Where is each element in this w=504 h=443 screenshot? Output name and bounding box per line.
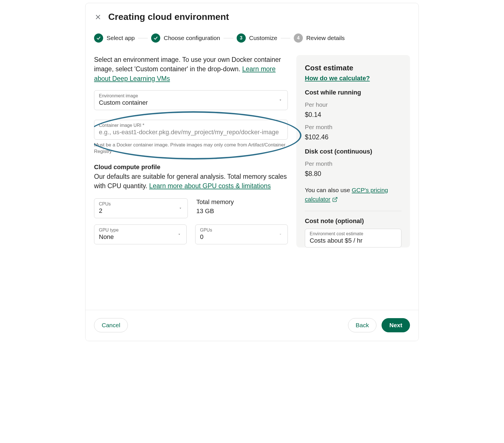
step-1-label: Select app bbox=[107, 35, 135, 41]
modal-footer: Cancel Back Next bbox=[86, 310, 418, 341]
disk-cost-heading: Disk cost (continuous) bbox=[305, 148, 401, 155]
container-image-uri-input[interactable]: Container image URI * e.g., us-east1-doc… bbox=[94, 120, 288, 140]
svg-line-2 bbox=[334, 197, 337, 200]
step-2-check-icon bbox=[151, 33, 160, 43]
disk-per-month-value: $8.80 bbox=[305, 170, 401, 178]
environment-image-value: Custom container bbox=[99, 99, 283, 106]
gpu-type-value: None bbox=[99, 233, 182, 241]
cost-note-value: Costs about $5 / hr bbox=[310, 237, 397, 244]
compute-profile-subtext: Our defaults are suitable for general an… bbox=[94, 172, 288, 191]
step-separator bbox=[138, 38, 148, 38]
container-image-uri-help: Must be a Docker container image. Privat… bbox=[94, 142, 288, 155]
external-link-icon bbox=[332, 197, 338, 202]
per-hour-value: $0.14 bbox=[305, 111, 401, 119]
back-button[interactable]: Back bbox=[348, 318, 377, 332]
gpus-label: GPUs bbox=[200, 228, 283, 233]
how-calculate-link[interactable]: How do we calculate? bbox=[305, 75, 370, 82]
step-4-label: Review details bbox=[306, 35, 345, 41]
divider bbox=[305, 211, 401, 211]
step-separator bbox=[281, 38, 290, 38]
cost-note-input[interactable]: Environment cost estimate Costs about $5… bbox=[305, 229, 401, 247]
gpu-learn-more-link[interactable]: Learn more about GPU costs & limitations bbox=[149, 182, 271, 190]
cpus-value: 2 bbox=[99, 207, 183, 215]
cpus-select[interactable]: CPUs 2 bbox=[94, 198, 188, 218]
container-image-uri-label: Container image URI * bbox=[99, 123, 283, 128]
step-separator bbox=[224, 38, 233, 38]
per-month-label: Per month bbox=[305, 124, 401, 131]
step-3-label: Customize bbox=[249, 35, 277, 41]
gpus-value: 0 bbox=[200, 233, 283, 241]
cpus-label: CPUs bbox=[99, 201, 183, 207]
cost-estimate-title: Cost estimate bbox=[305, 64, 401, 72]
total-memory-label: Total memory bbox=[196, 198, 234, 206]
compute-profile-heading: Cloud compute profile bbox=[94, 163, 288, 171]
step-4-number: 4 bbox=[294, 33, 303, 43]
cancel-button[interactable]: Cancel bbox=[94, 318, 128, 332]
next-button[interactable]: Next bbox=[382, 318, 410, 332]
step-2-label: Choose configuration bbox=[164, 35, 220, 41]
close-icon[interactable] bbox=[94, 13, 102, 21]
cost-note-heading: Cost note (optional) bbox=[305, 217, 401, 225]
gpu-type-select[interactable]: GPU type None bbox=[94, 224, 187, 244]
environment-image-label: Environment image bbox=[99, 93, 283, 98]
cost-while-running-heading: Cost while running bbox=[305, 89, 401, 96]
environment-image-select[interactable]: Environment image Custom container bbox=[94, 90, 288, 110]
pricing-note-a: You can also use bbox=[305, 187, 352, 193]
gpu-type-label: GPU type bbox=[99, 228, 182, 233]
cost-estimate-panel: Cost estimate How do we calculate? Cost … bbox=[296, 55, 410, 247]
disk-per-month-label: Per month bbox=[305, 160, 401, 167]
per-month-value: $102.46 bbox=[305, 133, 401, 141]
modal-title: Creating cloud environment bbox=[108, 12, 229, 22]
stepper: Select app Choose configuration 3 Custom… bbox=[94, 33, 410, 43]
per-hour-label: Per hour bbox=[305, 101, 401, 108]
intro-text: Select an environment image. To use your… bbox=[94, 55, 288, 83]
total-memory-value: 13 GB bbox=[196, 207, 234, 215]
pricing-note: You can also use GCP's pricing calculato… bbox=[305, 186, 401, 203]
container-image-uri-placeholder: e.g., us-east1-docker.pkg.dev/my_project… bbox=[99, 129, 283, 136]
step-1-check-icon bbox=[94, 33, 103, 43]
gpus-select[interactable]: GPUs 0 bbox=[195, 224, 288, 244]
cost-note-field-label: Environment cost estimate bbox=[310, 231, 397, 236]
step-3-number: 3 bbox=[237, 33, 246, 43]
